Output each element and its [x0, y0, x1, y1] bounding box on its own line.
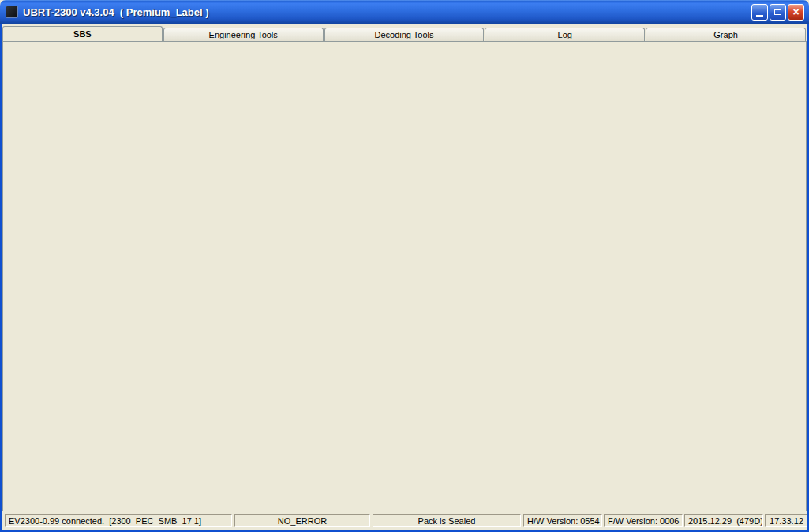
status-item-2: Pack is Sealed [373, 514, 521, 527]
status-item-1: NO_ERROR [234, 514, 370, 527]
tab-decoding-tools[interactable]: Decoding Tools [324, 28, 485, 41]
close-button[interactable]: × [788, 4, 804, 21]
status-item-0: EV2300-0.99 connected. [2300 PEC SMB 17 … [5, 514, 232, 527]
tab-engineering-tools[interactable]: Engineering Tools [163, 28, 324, 41]
sbs-tab-page [2, 41, 807, 511]
close-icon: × [792, 6, 799, 18]
maximize-icon [774, 9, 781, 15]
main-tab-bar: SBSEngineering ToolsDecoding ToolsLogGra… [2, 26, 807, 41]
minimize-icon [756, 15, 763, 17]
status-item-5: 2015.12.29 (479D) [684, 514, 763, 527]
window-title: UBRT-2300 v4.3.04 ( Premium_Label ) [23, 6, 751, 18]
minimize-button[interactable] [751, 4, 768, 21]
application-window: UBRT-2300 v4.3.04 ( Premium_Label ) × SB… [0, 0, 809, 532]
window-controls: × [751, 4, 804, 21]
maximize-button[interactable] [770, 4, 786, 21]
status-bar: EV2300-0.99 connected. [2300 PEC SMB 17 … [2, 511, 807, 530]
tab-sbs[interactable]: SBS [2, 26, 163, 41]
status-item-4: F/W Version: 0006 [604, 514, 683, 527]
app-icon [6, 6, 18, 18]
tab-log[interactable]: Log [485, 28, 645, 41]
status-item-3: H/W Version: 0554 [523, 514, 602, 527]
titlebar[interactable]: UBRT-2300 v4.3.04 ( Premium_Label ) × [0, 0, 809, 24]
status-item-6: 17.33.12 [765, 514, 808, 527]
tab-graph[interactable]: Graph [646, 28, 806, 41]
